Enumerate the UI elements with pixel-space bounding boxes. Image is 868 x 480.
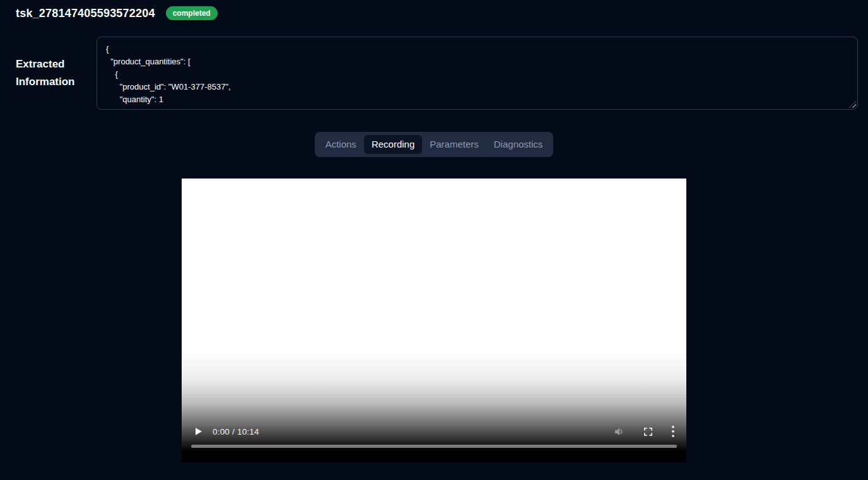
video-controls: 0:00 / 10:14	[182, 421, 686, 442]
tabs-section: Actions Recording Parameters Diagnostics	[0, 132, 868, 157]
current-time: 0:00	[213, 427, 230, 436]
header: tsk_278147405593572204 completed	[0, 0, 868, 21]
extracted-information-textarea[interactable]: { "product_quantities": [ { "product_id"…	[97, 37, 858, 110]
volume-icon	[613, 425, 626, 438]
tab-parameters[interactable]: Parameters	[422, 135, 486, 154]
task-id-title: tsk_278147405593572204	[16, 7, 155, 20]
overflow-menu-button[interactable]	[671, 425, 676, 438]
controls-icons	[613, 425, 676, 438]
extracted-information-label: Extracted Information	[16, 56, 97, 91]
seek-bar[interactable]	[191, 445, 677, 448]
fullscreen-button[interactable]	[643, 426, 654, 437]
play-icon	[193, 426, 203, 436]
status-badge: completed	[166, 6, 218, 20]
recording-section: 0:00 / 10:14	[0, 179, 868, 462]
duration: 10:14	[237, 427, 259, 436]
video-player[interactable]: 0:00 / 10:14	[182, 179, 686, 462]
extracted-information-section: Extracted Information { "product_quantit…	[16, 37, 858, 110]
play-button[interactable]	[193, 426, 204, 437]
tab-diagnostics[interactable]: Diagnostics	[486, 135, 551, 154]
tab-bar: Actions Recording Parameters Diagnostics	[315, 132, 554, 157]
fullscreen-icon	[643, 426, 654, 437]
extracted-information-box: { "product_quantities": [ { "product_id"…	[97, 37, 858, 110]
time-display: 0:00 / 10:14	[213, 427, 259, 436]
time-separator: /	[230, 427, 237, 436]
volume-button[interactable]	[613, 425, 626, 438]
overflow-menu-icon	[671, 425, 676, 438]
tab-actions[interactable]: Actions	[318, 135, 364, 154]
tab-recording[interactable]: Recording	[364, 135, 422, 154]
